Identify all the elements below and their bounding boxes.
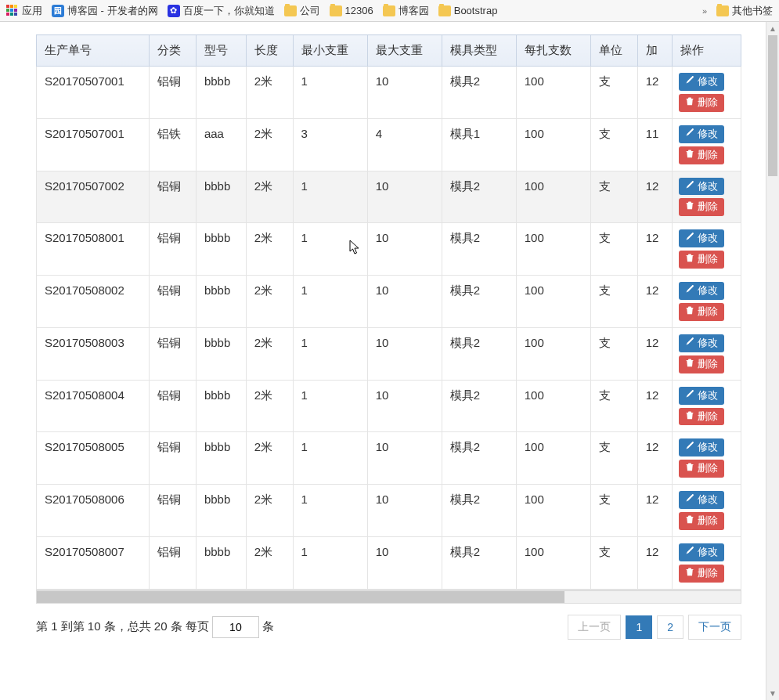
bookmarks-overflow[interactable]: » [699, 6, 710, 16]
folder-icon [716, 5, 729, 16]
table-cell: S20170507001 [37, 118, 150, 171]
folder-cnblogs[interactable]: 博客园 [383, 4, 429, 18]
edit-button[interactable]: 修改 [679, 73, 724, 91]
edit-icon [685, 128, 694, 141]
table-cell: 2米 [246, 118, 293, 171]
trash-icon [685, 253, 694, 266]
table-row: S20170508007铝铜bbbb2米110模具2100支12修改删除 [37, 537, 741, 590]
scroll-up-button[interactable]: ▲ [766, 22, 779, 35]
edit-button[interactable]: 修改 [679, 125, 724, 143]
col-header[interactable]: 最小支重 [293, 35, 367, 67]
page-size-input[interactable] [212, 616, 259, 638]
folder-icon [438, 5, 451, 16]
table-cell: 2米 [246, 432, 293, 485]
folder-label: 12306 [345, 5, 373, 16]
col-header[interactable]: 长度 [246, 35, 293, 67]
delete-button[interactable]: 删除 [679, 355, 724, 373]
col-header[interactable]: 分类 [150, 35, 197, 67]
table-cell: 12 [637, 537, 672, 590]
other-bookmarks[interactable]: 其他书签 [716, 4, 773, 18]
edit-button[interactable]: 修改 [679, 334, 724, 352]
col-header[interactable]: 加 [637, 35, 672, 67]
horizontal-scrollbar-thumb[interactable] [37, 591, 564, 603]
edit-button[interactable]: 修改 [679, 387, 724, 405]
table-cell: 支 [590, 485, 637, 537]
page-2-button[interactable]: 2 [657, 615, 683, 639]
action-cell: 修改删除 [672, 432, 741, 485]
table-row: S20170508003铝铜bbbb2米110模具2100支12修改删除 [37, 327, 741, 380]
apps-bookmark[interactable]: 应用 [6, 4, 42, 18]
edit-button[interactable]: 修改 [679, 491, 724, 509]
delete-label: 删除 [698, 358, 718, 371]
baidu-bookmark[interactable]: ✿ 百度一下，你就知道 [168, 4, 275, 18]
table-row: S20170508002铝铜bbbb2米110模具2100支12修改删除 [37, 276, 741, 328]
table-row: S20170507001铝铜bbbb2米110模具2100支12修改删除 [37, 67, 741, 119]
table-cell: 2米 [246, 485, 293, 537]
folder-company[interactable]: 公司 [284, 4, 320, 18]
table-cell: 模具2 [442, 327, 516, 380]
table-cell: S20170508003 [37, 327, 150, 380]
delete-button[interactable]: 删除 [679, 565, 724, 583]
table-cell: 100 [516, 276, 590, 328]
table-cell: 支 [590, 327, 637, 380]
edit-button[interactable]: 修改 [679, 229, 724, 247]
edit-button[interactable]: 修改 [679, 282, 724, 300]
table-cell: S20170508001 [37, 223, 150, 276]
table-cell: S20170508005 [37, 432, 150, 485]
delete-button[interactable]: 删除 [679, 460, 724, 478]
table-row: S20170508006铝铜bbbb2米110模具2100支12修改删除 [37, 485, 741, 537]
col-header[interactable]: 模具类型 [442, 35, 516, 67]
vertical-scrollbar[interactable]: ▲ ▼ [766, 22, 779, 700]
delete-button[interactable]: 删除 [679, 94, 724, 112]
edit-label: 修改 [698, 232, 718, 245]
delete-button[interactable]: 删除 [679, 303, 724, 321]
vertical-scrollbar-thumb[interactable] [768, 35, 777, 176]
col-header[interactable]: 型号 [196, 35, 246, 67]
edit-label: 修改 [698, 180, 718, 193]
next-page-button[interactable]: 下一页 [688, 615, 741, 640]
table-cell: 12 [637, 485, 672, 537]
folder-label: 公司 [300, 4, 320, 18]
delete-label: 删除 [698, 253, 718, 266]
table-cell: 2米 [246, 276, 293, 328]
table-cell: 1 [293, 380, 367, 432]
prev-page-button[interactable]: 上一页 [568, 615, 621, 640]
cnblogs-bookmark[interactable]: 园 博客园 - 开发者的网 [52, 4, 158, 18]
table-cell: 支 [590, 380, 637, 432]
col-header[interactable]: 每扎支数 [516, 35, 590, 67]
delete-label: 删除 [698, 305, 718, 319]
delete-label: 删除 [698, 410, 718, 424]
edit-icon [685, 389, 694, 402]
table-cell: 100 [516, 485, 590, 537]
page-1-button[interactable]: 1 [626, 615, 652, 639]
table-cell: 10 [367, 67, 442, 119]
edit-button[interactable]: 修改 [679, 543, 724, 561]
folder-12306[interactable]: 12306 [330, 5, 373, 16]
table-cell: 模具2 [442, 380, 516, 432]
delete-button[interactable]: 删除 [679, 198, 724, 216]
delete-button[interactable]: 删除 [679, 146, 724, 164]
table-cell: 12 [637, 432, 672, 485]
edit-button[interactable]: 修改 [679, 438, 724, 456]
horizontal-scrollbar[interactable] [36, 590, 741, 604]
table-cell: 10 [367, 432, 442, 485]
pager-info-suffix: 条 [262, 619, 274, 634]
trash-icon [685, 358, 694, 371]
col-header[interactable]: 单位 [590, 35, 637, 67]
delete-button[interactable]: 删除 [679, 251, 724, 269]
scroll-down-button[interactable]: ▼ [766, 687, 779, 700]
delete-button[interactable]: 删除 [679, 512, 724, 530]
col-header[interactable]: 操作 [672, 35, 741, 67]
col-header[interactable]: 生产单号 [37, 35, 150, 67]
folder-bootstrap[interactable]: Bootstrap [438, 5, 498, 16]
edit-button[interactable]: 修改 [679, 178, 724, 196]
col-header[interactable]: 最大支重 [367, 35, 442, 67]
folder-icon [330, 5, 342, 16]
apps-icon [6, 5, 19, 17]
edit-label: 修改 [698, 389, 718, 402]
table-cell: 10 [367, 276, 442, 328]
edit-icon [685, 284, 694, 298]
action-cell: 修改删除 [672, 537, 741, 590]
delete-button[interactable]: 删除 [679, 408, 724, 426]
cnblogs-icon: 园 [52, 5, 64, 17]
